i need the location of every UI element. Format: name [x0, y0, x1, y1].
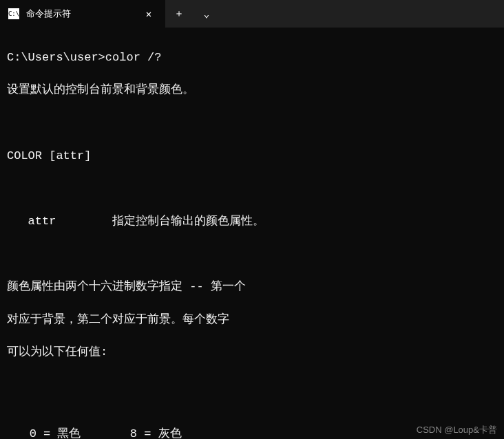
help-para2-l3: 可以为以下任何值:	[7, 344, 497, 361]
command: color /?	[105, 51, 162, 64]
titlebar: C:\ 命令提示符 ✕ ＋ ⌄	[0, 0, 504, 28]
cmd-icon: C:\	[8, 8, 19, 19]
help-para2-l1: 颜色属性由两个十六进制数字指定 -- 第一个	[7, 279, 497, 295]
help-description: 设置默认的控制台前景和背景颜色。	[7, 82, 497, 98]
syntax-line: COLOR [attr]	[7, 148, 497, 164]
tab-dropdown-button[interactable]: ⌄	[193, 0, 220, 28]
prompt: C:\Users\user>	[7, 51, 105, 64]
attr-label: attr	[7, 215, 56, 228]
close-icon[interactable]: ✕	[140, 6, 157, 22]
help-para2-l2: 对应于背景，第二个对应于前景。每个数字	[7, 312, 497, 328]
tab-title: 命令提示符	[26, 8, 120, 20]
tab[interactable]: C:\ 命令提示符 ✕	[0, 0, 165, 28]
watermark: CSDN @Loup&卡普	[417, 424, 497, 436]
terminal-output: C:\Users\user>color /? 设置默认的控制台前景和背景颜色。 …	[0, 28, 504, 439]
new-tab-button[interactable]: ＋	[165, 0, 193, 28]
attr-desc: 指定控制台输出的颜色属性。	[56, 215, 264, 228]
